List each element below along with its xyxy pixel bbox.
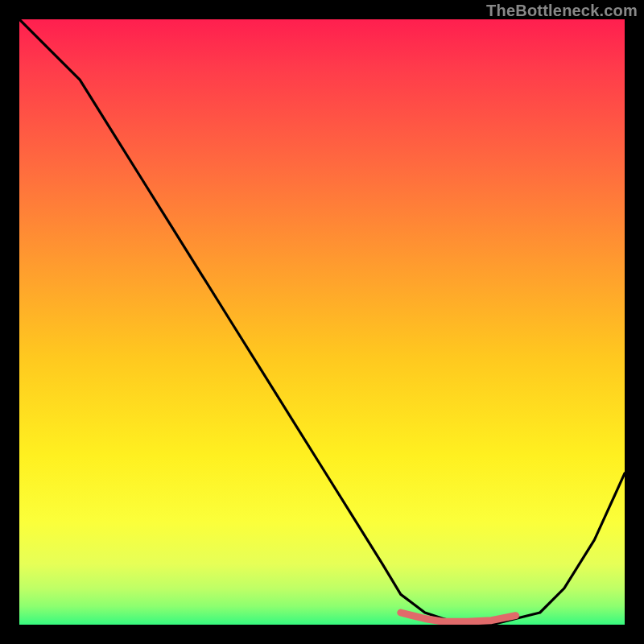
watermark-label: TheBottleneck.com [486, 2, 638, 20]
chart-frame: TheBottleneck.com [0, 0, 644, 644]
optimal-zone-marker [401, 613, 516, 621]
plot-area [19, 19, 625, 625]
bottleneck-curve [19, 19, 625, 625]
chart-svg [19, 19, 625, 625]
